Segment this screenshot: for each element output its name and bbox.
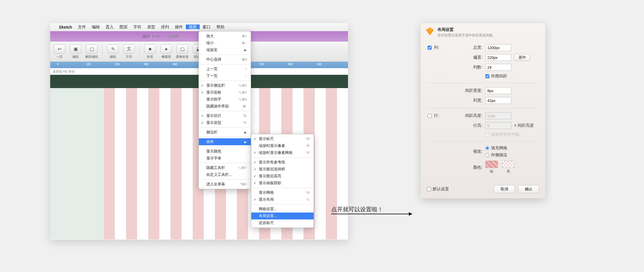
menubar-item-9[interactable]: 窗口 <box>200 25 214 29</box>
outer-gutter-checkbox[interactable] <box>485 74 489 78</box>
menu-item[interactable]: 还原标尺 <box>251 219 314 226</box>
tool-椭圆形[interactable]: ●椭圆形 <box>159 44 174 59</box>
tool-字符[interactable]: 文字符 <box>121 44 136 59</box>
menu-shortcut: ^E <box>243 114 247 118</box>
visual-stroke-radio[interactable] <box>485 153 489 157</box>
menu-item[interactable]: ✓缩放时显示像素网格^X <box>251 149 314 156</box>
tool-icon: 文 <box>123 44 135 54</box>
chevron-right-icon: ▶ <box>244 140 247 144</box>
total-width-input[interactable] <box>485 44 511 51</box>
gutter-height-input[interactable] <box>485 112 511 119</box>
app-name[interactable]: Sketch <box>59 25 72 29</box>
column-count-input[interactable] <box>485 64 511 71</box>
menu-item[interactable]: ✓显示画板阴影 <box>251 180 314 187</box>
menubar-item-5[interactable]: 原型 <box>144 25 158 29</box>
tool-圆角矩形[interactable]: ▢圆角矩形 <box>175 44 190 59</box>
menu-item[interactable]: 下一页↓ <box>199 72 251 79</box>
menu-item[interactable]: ✓显示所有参考线 <box>251 159 314 166</box>
menubar-item-4[interactable]: 字符 <box>130 25 144 29</box>
menu-item[interactable]: 布局设置... <box>251 213 314 219</box>
menu-item[interactable]: 显示网格^G <box>251 189 314 196</box>
row-height-input[interactable] <box>485 122 511 129</box>
gutter-width-input[interactable] <box>485 87 511 94</box>
menu-shortcut: ^F <box>243 121 247 124</box>
menu-item[interactable]: ✓显示切片^E <box>199 112 251 119</box>
check-icon: ✓ <box>254 181 256 185</box>
menubar-item-6[interactable]: 排列 <box>158 25 172 29</box>
check-icon: ✓ <box>201 121 204 125</box>
menu-shortcut: ⌥⌘3 <box>238 98 247 101</box>
center-button[interactable]: 居中 <box>514 54 530 61</box>
columns-enabled-checkbox[interactable] <box>428 46 432 50</box>
menu-item[interactable]: ✓显示图层选择框 <box>251 166 314 173</box>
menu-item-label: 上一页 <box>206 66 218 72</box>
menu-item-label: 网格设置... <box>259 206 277 212</box>
menu-item[interactable]: 缩放至▶ <box>199 46 251 53</box>
menu-item-label: 显示画板阴影 <box>259 180 281 186</box>
menu-item-label: 显示原型 <box>206 120 221 125</box>
menu-item[interactable]: ✓显示标尺^R <box>251 135 314 142</box>
menu-item[interactable]: 中心选择⌘3 <box>199 56 251 63</box>
cancel-button[interactable]: 取消 <box>494 185 515 193</box>
tool-解除编组[interactable]: ▢解除编组 <box>84 44 99 59</box>
menubar-item-10[interactable]: 帮助 <box>214 25 227 29</box>
menu-item[interactable]: ✓显示布局^L <box>251 196 314 203</box>
menu-item[interactable]: 隐藏工具栏⌥⌘T <box>199 164 251 171</box>
menu-item-label: 显示网格 <box>259 190 274 195</box>
tool-矩形[interactable]: ■矩形 <box>143 44 158 59</box>
menubar-item-7[interactable]: 插件 <box>172 25 186 29</box>
draw-all-lines-label: 绘制所有水平线 <box>491 132 519 137</box>
default-settings-checkbox[interactable] <box>427 187 431 191</box>
menu-item-label: 中心选择 <box>206 57 221 62</box>
menu-item-label: 侧边栏 <box>206 130 218 135</box>
menubar-item-2[interactable]: 置入 <box>103 25 117 29</box>
tool-编组[interactable]: ▣编组 <box>68 44 83 59</box>
color-swatch-dark[interactable] <box>485 161 498 168</box>
menu-item[interactable]: 显示助手⌥⌘3 <box>199 96 251 103</box>
menu-item[interactable]: 自定义工具栏... <box>199 171 251 178</box>
menu-item[interactable]: ✓显示侧边栏⌥⌘1 <box>199 82 251 89</box>
menu-item[interactable]: 进入全屏幕^⌘F <box>199 181 251 188</box>
menu-item[interactable]: 缩放时显示像素^P <box>251 142 314 149</box>
menu-item[interactable]: ✓显示图层高亮 <box>251 173 314 180</box>
menu-item[interactable]: 侧边栏▶ <box>199 129 251 136</box>
menu-item[interactable]: 画布▶ <box>199 138 251 145</box>
menu-item[interactable]: 显示颜色 <box>199 148 251 155</box>
draw-all-lines-checkbox <box>485 133 489 137</box>
menu-item[interactable]: 网格设置... <box>251 206 314 213</box>
check-icon: ✓ <box>254 198 256 202</box>
menubar-item-1[interactable]: 编辑 <box>89 25 103 29</box>
menubar-item-0[interactable]: 文件 <box>75 25 89 29</box>
menu-item[interactable]: 显示字体 <box>199 155 251 162</box>
column-count-label: 列数: <box>459 65 485 70</box>
menu-shortcut: ^R <box>306 137 310 141</box>
menu-item[interactable]: 缩小⌘− <box>199 40 251 46</box>
visual-stroke-label: 外侧描边 <box>491 152 507 158</box>
tool-编辑[interactable]: ✎编辑 <box>105 44 120 59</box>
canvas-submenu[interactable]: ✓显示标尺^R缩放时显示像素^P✓缩放时显示像素网格^X✓显示所有参考线✓显示图… <box>251 134 314 228</box>
tool-一层[interactable]: ↩一层 <box>52 44 67 59</box>
menubar-item-8[interactable]: 视图 <box>186 25 200 29</box>
view-menu[interactable]: 放大⌘+缩小⌘−缩放至▶中心选择⌘3上一页↑下一页↓✓显示侧边栏⌥⌘1✓显示面板… <box>199 31 251 189</box>
confirm-button[interactable]: 确认 <box>518 185 539 193</box>
rows-enabled-checkbox[interactable] <box>428 114 432 118</box>
menu-shortcut: ↓ <box>245 74 247 78</box>
menubar-item-3[interactable]: 图层 <box>117 25 130 29</box>
color-label: 颜色: <box>459 165 485 170</box>
menu-item[interactable]: 隐藏操作界面⌘. <box>199 103 251 110</box>
visual-fill-radio[interactable] <box>485 146 489 150</box>
ruler-tick: 200 <box>115 63 120 66</box>
menu-item-label: 布局设置... <box>259 213 277 219</box>
offset-input[interactable] <box>485 54 511 61</box>
menu-item[interactable]: 上一页↑ <box>199 66 251 72</box>
menu-item-label: 显示所有参考线 <box>259 160 285 165</box>
color-swatch-light[interactable] <box>502 161 515 168</box>
column-width-input[interactable] <box>485 97 511 104</box>
menu-item[interactable]: ✓显示面板⌥⌘2 <box>199 89 251 96</box>
row-height-suffix: × 间距高度 <box>514 123 534 128</box>
menu-item-label: 隐藏操作界面 <box>206 104 229 109</box>
menu-item-label: 放大 <box>206 33 214 39</box>
menu-item-label: 缩放至 <box>206 47 218 53</box>
menu-item[interactable]: ✓显示原型^F <box>199 119 251 126</box>
menu-item[interactable]: 放大⌘+ <box>199 33 251 40</box>
